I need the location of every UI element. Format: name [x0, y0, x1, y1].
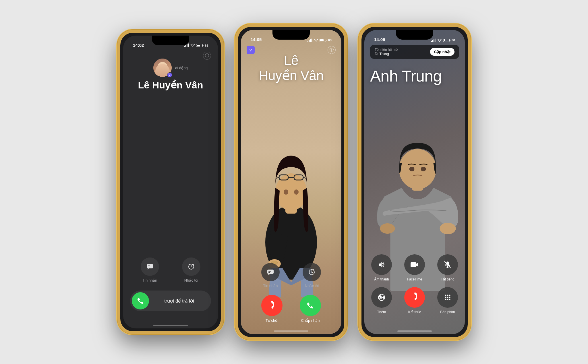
p3-facetime-action[interactable]: FaceTime: [403, 254, 426, 281]
svg-rect-23: [311, 39, 312, 42]
p1-home-indicator: [153, 325, 188, 326]
p3-end-label: Kết thúc: [408, 310, 421, 314]
p2-decline-action[interactable]: Từ chối: [261, 295, 283, 323]
svg-point-53: [447, 297, 448, 298]
p2-name-line1: Lê: [241, 53, 341, 68]
p1-slide-text: trượt để trả lời: [149, 298, 209, 304]
svg-point-51: [449, 295, 450, 296]
p2-decline-icon: [261, 295, 283, 316]
p3-facetime-label: FaceTime: [407, 277, 422, 281]
p3-end-icon: [404, 287, 425, 308]
svg-rect-26: [268, 272, 270, 273]
svg-rect-35: [431, 41, 432, 42]
svg-rect-4: [147, 264, 153, 268]
p2-message-action[interactable]: Tin nhắn: [261, 263, 280, 288]
p1-answer-phone-icon: [132, 292, 149, 309]
p3-caller-name: Anh Trung: [370, 67, 459, 85]
svg-point-54: [449, 297, 450, 298]
p1-status-time: 14:02: [130, 43, 144, 48]
p2-remind-action[interactable]: Nhắc tôi: [303, 263, 321, 288]
svg-rect-36: [432, 40, 433, 42]
p2-battery-fill: [320, 39, 323, 41]
svg-rect-40: [411, 262, 416, 267]
p3-name-text: Anh Trung: [370, 67, 459, 85]
p2-decline-label: Từ chối: [266, 318, 278, 323]
svg-rect-20: [307, 41, 308, 42]
p2-message-icon: [261, 263, 280, 281]
p2-status-time: 14:05: [248, 37, 262, 42]
svg-rect-5: [148, 266, 150, 266]
svg-line-17: [303, 177, 306, 178]
p3-mute-action[interactable]: Tắt tiếng: [436, 254, 459, 281]
p3-add-label: Thêm: [377, 310, 386, 314]
p1-notch: [152, 36, 189, 45]
p2-battery-pct: 63: [328, 38, 332, 42]
svg-point-50: [447, 295, 448, 296]
svg-point-57: [449, 299, 450, 300]
p2-accept-action[interactable]: Chấp nhận: [300, 295, 321, 323]
p2-accept-label: Chấp nhận: [301, 318, 320, 323]
p3-mute-icon: [437, 254, 458, 275]
svg-point-11: [284, 189, 288, 195]
p1-caller-name: Lê Huyền Vân: [138, 79, 203, 91]
p1-message-action[interactable]: Tin nhắn: [141, 257, 159, 282]
p3-audio-icon: [371, 254, 392, 275]
p3-notif-subtitle: Dt Trung: [375, 52, 399, 56]
p1-battery-fill: [197, 45, 200, 47]
p2-battery-tip: [326, 40, 327, 41]
p2-remind-label: Nhắc tôi: [305, 284, 319, 288]
p3-battery-pct: 30: [452, 38, 455, 42]
p2-message-label: Tin nhắn: [263, 284, 278, 288]
phone-3: 14:06: [359, 24, 471, 340]
p3-notification-banner[interactable]: Tên liên hệ mới Dt Trung Cập nhật: [370, 45, 459, 59]
svg-rect-22: [310, 39, 311, 42]
svg-rect-3: [188, 44, 189, 47]
p3-notif-content: Tên liên hệ mới Dt Trung: [375, 48, 399, 56]
p3-add-icon: [371, 287, 392, 308]
p3-controls: Âm thanh FaceTime: [370, 254, 459, 320]
p1-call-type: di động: [175, 66, 187, 70]
phone-2: 14:05: [235, 24, 347, 340]
svg-point-33: [440, 223, 456, 234]
p3-notif-title: Tên liên hệ mới: [375, 48, 399, 52]
p3-keypad-icon: [437, 287, 458, 308]
p3-audio-action[interactable]: Âm thanh: [370, 254, 393, 281]
p1-wifi-icon: [190, 43, 195, 48]
p1-message-label: Tin nhắn: [143, 278, 157, 282]
p3-signal-icon: [431, 38, 436, 42]
p3-status-time: 14:06: [371, 37, 385, 42]
p1-info-button[interactable]: ⓘ: [203, 52, 211, 60]
svg-rect-0: [184, 46, 185, 47]
p2-accept-icon: [300, 295, 321, 316]
p1-message-icon: [141, 257, 159, 276]
svg-rect-1: [185, 45, 186, 47]
svg-point-56: [447, 299, 448, 300]
p2-notch: [272, 30, 310, 40]
svg-point-32: [421, 167, 426, 171]
p3-update-button[interactable]: Cập nhật: [430, 48, 454, 56]
p3-battery-tip: [450, 40, 450, 41]
p3-keypad-label: Bàn phím: [440, 310, 455, 314]
p1-remind-action[interactable]: Nhắc tôi: [182, 257, 200, 282]
p1-remind-icon: [182, 257, 200, 276]
p3-mute-label: Tắt tiếng: [441, 277, 454, 281]
svg-rect-6: [148, 267, 149, 267]
svg-point-55: [445, 299, 446, 300]
p3-home-indicator: [397, 330, 432, 332]
p1-answer-slider[interactable]: trượt để trả lời: [130, 291, 211, 311]
svg-rect-24: [267, 270, 274, 274]
p3-end-action[interactable]: Kết thúc: [403, 287, 426, 314]
svg-rect-2: [187, 44, 187, 47]
p3-keypad-action[interactable]: Bàn phím: [436, 287, 459, 314]
svg-point-52: [445, 297, 446, 298]
p1-battery-tip: [203, 45, 204, 46]
p3-add-action[interactable]: Thêm: [370, 287, 393, 314]
p2-signal-icon: [307, 38, 313, 42]
p2-name-line2: Huyền Vân: [241, 68, 341, 83]
svg-rect-25: [268, 271, 271, 272]
svg-point-10: [275, 173, 307, 211]
p1-remind-label: Nhắc tôi: [184, 278, 198, 282]
p3-wifi-icon: [437, 38, 442, 42]
p2-home-indicator: [274, 330, 308, 332]
svg-rect-21: [309, 40, 310, 42]
